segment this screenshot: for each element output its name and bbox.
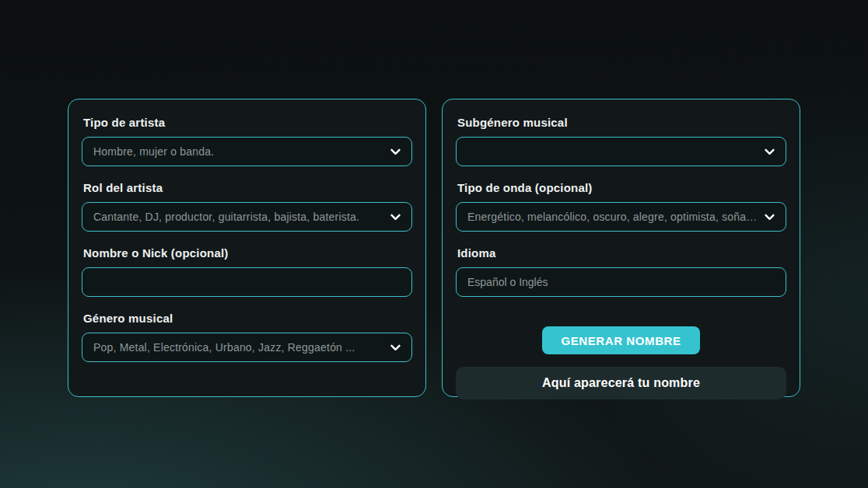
artist-type-label: Tipo de artista	[83, 116, 412, 130]
subgenre-label: Subgénero musical	[457, 116, 786, 130]
chevron-down-icon	[389, 341, 402, 354]
genre-label: Género musical	[83, 312, 412, 326]
artist-form-right-card: Subgénero musical Tipo de onda (opcional…	[442, 99, 800, 397]
vibe-value: Energético, melancólico, oscuro, alegre,…	[467, 211, 758, 223]
artist-role-select[interactable]: Cantante, DJ, productor, guitarrista, ba…	[82, 202, 412, 232]
chevron-down-icon	[763, 145, 776, 159]
page-background: { "theme": { "accent": "#3cc0cb", "butto…	[0, 0, 868, 488]
artist-role-value: Cantante, DJ, productor, guitarrista, ba…	[93, 211, 359, 223]
chevron-down-icon	[763, 211, 776, 224]
generate-name-button[interactable]: GENERAR NOMBRE	[542, 326, 699, 354]
chevron-down-icon	[389, 211, 402, 224]
chevron-down-icon	[389, 145, 402, 159]
subgenre-select[interactable]	[456, 137, 786, 166]
vibe-label: Tipo de onda (opcional)	[457, 181, 786, 195]
genre-value: Pop, Metal, Electrónica, Urbano, Jazz, R…	[93, 341, 355, 354]
generated-name-result-box: Aquí aparecerá tu nombre	[456, 367, 786, 399]
language-input[interactable]	[456, 267, 786, 297]
artist-form-left-card: Tipo de artista Hombre, mujer o banda. R…	[68, 99, 426, 397]
generate-button-row: GENERAR NOMBRE	[456, 326, 786, 354]
artist-type-value: Hombre, mujer o banda.	[93, 145, 214, 158]
genre-select[interactable]: Pop, Metal, Electrónica, Urbano, Jazz, R…	[82, 333, 412, 362]
form-cards-container: Tipo de artista Hombre, mujer o banda. R…	[68, 99, 800, 397]
vibe-select[interactable]: Energético, melancólico, oscuro, alegre,…	[456, 202, 786, 232]
name-nick-label: Nombre o Nick (opcional)	[83, 246, 412, 260]
language-label: Idioma	[457, 246, 786, 260]
name-nick-input[interactable]	[82, 267, 412, 297]
artist-type-select[interactable]: Hombre, mujer o banda.	[82, 137, 412, 166]
artist-role-label: Rol del artista	[83, 181, 412, 195]
